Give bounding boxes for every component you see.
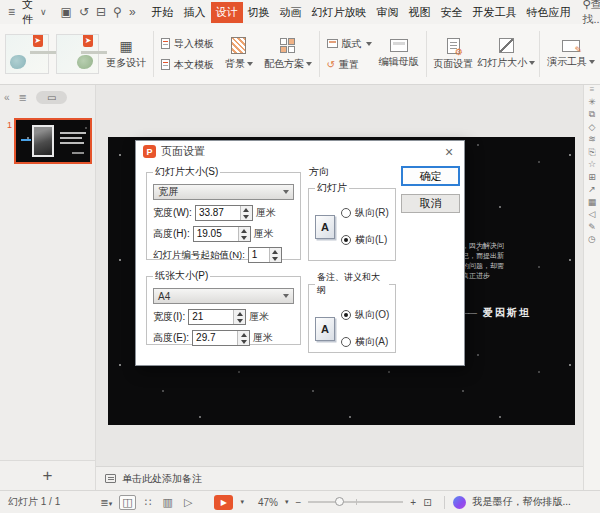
spin-up-button[interactable]: [239, 227, 250, 234]
search-button[interactable]: ⚲查找...: [583, 0, 600, 27]
spin-up-button[interactable]: [238, 331, 249, 338]
more-tools-icon[interactable]: »: [129, 6, 136, 18]
radio-unchecked[interactable]: [341, 337, 351, 347]
text-template-icon: [161, 59, 170, 70]
spin-down-button[interactable]: [239, 234, 250, 241]
spin-up-button[interactable]: [241, 206, 252, 213]
notes-landscape-option[interactable]: 横向(A): [341, 335, 389, 349]
play-slideshow-button[interactable]: ▶: [214, 495, 233, 510]
spin-down-button[interactable]: [238, 338, 249, 345]
paper-height-input[interactable]: 29.7: [192, 330, 250, 346]
fit-slide-button[interactable]: ⊡: [423, 497, 431, 508]
spin-up-button[interactable]: [270, 248, 281, 255]
tab-review[interactable]: 审阅: [372, 2, 404, 23]
assistant-entry[interactable]: 我是墨仔，帮你排版...: [453, 495, 571, 509]
zoom-in-button[interactable]: +: [410, 497, 416, 508]
zoom-slider-handle[interactable]: [335, 497, 344, 506]
hamburger-menu-icon[interactable]: ≡: [8, 6, 15, 18]
tab-security[interactable]: 安全: [436, 2, 468, 23]
paper-width-input[interactable]: 21: [188, 309, 246, 325]
print-icon[interactable]: ⊟: [96, 6, 106, 18]
ok-button[interactable]: 确定: [401, 166, 460, 186]
tab-home[interactable]: 开始: [147, 2, 179, 23]
collapse-panel-icon[interactable]: «: [4, 92, 10, 103]
rail-menu-icon[interactable]: ≡: [590, 86, 595, 94]
slide-sorter-view-button[interactable]: ∷: [143, 496, 154, 509]
favorites-star-icon[interactable]: ☆: [588, 160, 596, 169]
background-button[interactable]: 背景: [221, 37, 257, 71]
slide-size-button[interactable]: 幻灯片大小: [480, 38, 532, 70]
presentation-tools-button[interactable]: ✎ 演示工具: [547, 40, 595, 69]
spin-up-button[interactable]: [234, 310, 245, 317]
tab-devtools[interactable]: 开发工具: [468, 2, 522, 23]
spin-down-button[interactable]: [270, 255, 281, 262]
tab-view[interactable]: 视图: [404, 2, 436, 23]
notes-toggle-icon[interactable]: ≣▾: [100, 497, 112, 508]
file-menu-chevron-icon[interactable]: ∨: [40, 8, 47, 17]
file-menu[interactable]: 文件: [22, 0, 33, 27]
spin-down-button[interactable]: [241, 213, 252, 220]
tab-slideshow[interactable]: 幻灯片放映: [307, 2, 372, 23]
outline-view-icon[interactable]: ≣: [19, 92, 27, 103]
new-slide-button[interactable]: +: [0, 460, 95, 490]
radio-unchecked[interactable]: [341, 208, 351, 218]
undo-icon[interactable]: ↺: [79, 6, 89, 18]
template-thumbnail-2[interactable]: ➤: [56, 34, 100, 74]
slide-view-tab[interactable]: ▭: [36, 91, 67, 104]
zoom-dropdown-icon[interactable]: ▾: [285, 498, 289, 506]
slide-thumbnail-1[interactable]: [14, 118, 92, 164]
history-clock-icon[interactable]: ◷: [588, 235, 596, 244]
reset-button[interactable]: ↺ 重置: [327, 58, 372, 72]
notes-portrait-option[interactable]: 纵向(O): [341, 308, 389, 322]
slides-copy-icon[interactable]: ⧉: [589, 110, 595, 119]
spin-down-button[interactable]: [234, 317, 245, 324]
tab-special[interactable]: 特色应用: [522, 2, 576, 23]
reading-view-button[interactable]: ▥: [161, 496, 175, 509]
page-setup-button[interactable]: ⚙ 页面设置: [433, 38, 473, 71]
zoom-out-button[interactable]: −: [295, 497, 301, 508]
radio-checked[interactable]: [341, 235, 351, 245]
play-dropdown-icon[interactable]: ▾: [240, 498, 244, 506]
tab-transitions[interactable]: 切换: [243, 2, 275, 23]
presentation-tools-icon: ✎: [562, 40, 580, 52]
tab-design[interactable]: 设计: [211, 2, 243, 23]
slide-size-group: 幻灯片大小(S) 宽屏 宽度(W): 33.87 厘米 高: [146, 165, 301, 260]
cancel-button[interactable]: 取消: [401, 194, 460, 213]
save-icon[interactable]: ▣: [61, 6, 72, 18]
more-designs-button[interactable]: ▦ 更多设计: [106, 39, 146, 70]
close-icon[interactable]: ×: [441, 145, 457, 159]
tab-insert[interactable]: 插入: [179, 2, 211, 23]
paper-size-preset-select[interactable]: A4: [153, 288, 294, 304]
template-thumbnail-1[interactable]: ➤: [5, 34, 49, 74]
notes-input-area[interactable]: 单击此处添加备注: [96, 466, 583, 490]
annotate-pen-icon[interactable]: ✎: [588, 223, 596, 232]
comment-icon[interactable]: ⊞: [588, 173, 596, 182]
slide-size-preset-select[interactable]: 宽屏: [153, 184, 294, 200]
edit-master-button[interactable]: 编辑母版: [379, 39, 419, 69]
print-preview-icon[interactable]: ⚲: [113, 6, 122, 18]
zoom-percent[interactable]: 47%: [258, 497, 278, 508]
slide-landscape-option[interactable]: 横向(L): [341, 233, 389, 247]
import-template-button[interactable]: 导入模板: [161, 37, 214, 51]
slide-width-input[interactable]: 33.87: [195, 205, 253, 221]
shape-icon[interactable]: ◇: [589, 123, 596, 132]
share-icon[interactable]: ↗: [588, 185, 596, 194]
slide-number-start-input[interactable]: 1: [248, 247, 282, 263]
text-template-button[interactable]: 本文模板: [161, 58, 214, 72]
ai-assistant-icon[interactable]: ✳: [588, 98, 596, 107]
slide-portrait-option[interactable]: 纵向(R): [341, 206, 389, 220]
slideshow-view-button[interactable]: ▷: [182, 496, 194, 509]
paste-picture-icon[interactable]: ⎘: [588, 148, 595, 157]
radio-checked[interactable]: [341, 310, 351, 320]
color-scheme-button[interactable]: 配色方案: [264, 38, 312, 71]
layout-button[interactable]: 版式: [327, 37, 372, 51]
audio-icon[interactable]: ◁: [589, 210, 596, 219]
adjust-filters-icon[interactable]: ≋: [588, 135, 596, 144]
tab-animation[interactable]: 动画: [275, 2, 307, 23]
picture-icon[interactable]: ▦: [588, 198, 597, 207]
divider: [153, 31, 154, 77]
divider: [426, 31, 427, 77]
zoom-slider[interactable]: [308, 501, 403, 503]
slide-height-input[interactable]: 19.05: [193, 226, 251, 242]
normal-view-button[interactable]: ◫: [119, 495, 135, 510]
